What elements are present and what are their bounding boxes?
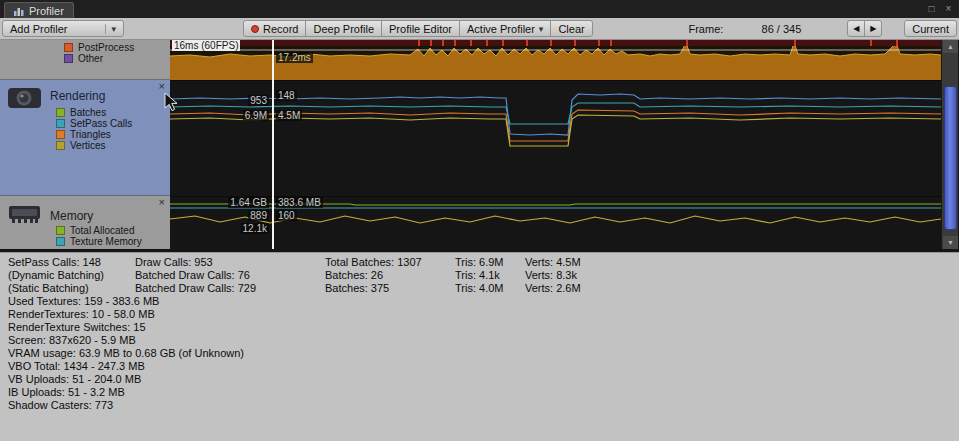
scroll-down-icon[interactable]: ▼ [943, 236, 958, 249]
postprocess-swatch [64, 43, 73, 52]
stat-dynamic-batching: (Dynamic Batching) [8, 269, 104, 281]
clear-label: Clear [558, 23, 584, 35]
module-memory[interactable]: Memory × Total Allocated Texture Memory [0, 196, 170, 249]
module-cpu-partial[interactable]: PostProcess Other [0, 40, 170, 80]
module-panel: PostProcess Other Rendering × [0, 40, 170, 249]
record-icon [251, 25, 259, 33]
legend-batches[interactable]: Batches [56, 107, 106, 117]
stats-panel: SetPass Calls: 148 Draw Calls: 953 Total… [0, 252, 959, 441]
legend-texture-memory[interactable]: Texture Memory [56, 236, 142, 246]
stat-batched-draw-calls: Batched Draw Calls: 729 [135, 282, 256, 294]
vertical-scrollbar[interactable]: ▲ ▼ [941, 40, 958, 249]
setpass-swatch [56, 119, 65, 128]
stat-line: VBO Total: 1434 - 247.3 MB [0, 360, 959, 373]
stat-line: Used Textures: 159 - 383.6 MB [0, 295, 959, 308]
stat-line: Screen: 837x620 - 5.9 MB [0, 334, 959, 347]
current-label: Current [912, 23, 949, 35]
memory-current-label-2: 160 [276, 210, 297, 221]
scroll-up-icon[interactable]: ▲ [943, 40, 958, 53]
triangles-swatch [56, 130, 65, 139]
maximize-button[interactable]: □ [924, 2, 939, 15]
profiler-window: Profiler □ × Add Profiler ▾ Record Deep … [0, 0, 959, 441]
module-title: Rendering [50, 89, 105, 103]
memory-module-icon [8, 204, 42, 224]
prev-frame-button[interactable]: ◀ [847, 20, 865, 37]
stat-line: Shadow Casters: 773 [0, 399, 959, 412]
vertices-swatch [56, 141, 65, 150]
legend-label: Total Allocated [70, 225, 135, 236]
stat-line: RenderTextures: 10 - 58.0 MB [0, 308, 959, 321]
add-profiler-label: Add Profiler [10, 23, 67, 35]
close-module-icon[interactable]: × [159, 196, 165, 208]
module-title: Memory [50, 209, 93, 223]
legend-setpass-calls[interactable]: SetPass Calls [56, 118, 132, 128]
tab-profiler[interactable]: Profiler [4, 2, 74, 18]
legend-other[interactable]: Other [64, 53, 103, 63]
stat-line: VRAM usage: 63.9 MB to 0.68 GB (of Unkno… [0, 347, 959, 360]
frame-nav: ◀ ▶ [847, 20, 882, 37]
active-profiler-dropdown[interactable]: Active Profiler ▾ [459, 20, 551, 37]
stat-verts: Verts: 8.3k [525, 269, 577, 281]
record-button[interactable]: Record [243, 20, 306, 37]
current-frame-line[interactable] [272, 40, 274, 249]
close-button[interactable]: × [941, 2, 956, 15]
frame-value: 86 / 345 [749, 23, 801, 35]
cpu-current-frame-label: 17.2ms [276, 52, 313, 63]
batches-swatch [56, 108, 65, 117]
legend-label: PostProcess [78, 42, 134, 53]
legend-triangles[interactable]: Triangles [56, 129, 111, 139]
frame-info: Frame: 86 / 345 [688, 23, 801, 35]
rendering-current-setpass-label: 148 [276, 90, 297, 101]
current-frame-button[interactable]: Current [904, 20, 957, 37]
memory-current-label: 383.6 MB [276, 197, 323, 208]
add-profiler-dropdown[interactable]: Add Profiler ▾ [2, 20, 124, 37]
stat-tris: Tris: 6.9M [455, 256, 504, 268]
stats-row: (Dynamic Batching) Batched Draw Calls: 7… [0, 269, 959, 282]
legend-label: Triangles [70, 129, 111, 140]
legend-postprocess[interactable]: PostProcess [64, 42, 134, 52]
module-rendering[interactable]: Rendering × Batches SetPass Calls Triang… [0, 80, 170, 196]
profile-editor-button[interactable]: Profile Editor [381, 20, 460, 37]
frame-label: Frame: [688, 23, 723, 35]
stats-row: (Static Batching) Batched Draw Calls: 72… [0, 282, 959, 295]
legend-label: Texture Memory [70, 236, 142, 247]
stat-tris: Tris: 4.0M [455, 282, 504, 294]
stat-batches: Batches: 26 [325, 269, 383, 281]
stat-draw-calls: Draw Calls: 953 [135, 256, 213, 268]
close-module-icon[interactable]: × [159, 80, 165, 92]
stat-verts: Verts: 4.5M [525, 256, 581, 268]
total-allocated-swatch [56, 226, 65, 235]
rendering-peak-draw-calls-label: 953 [248, 95, 269, 106]
stat-static-batching: (Static Batching) [8, 282, 89, 294]
next-frame-button[interactable]: ▶ [864, 20, 882, 37]
scrollbar-thumb[interactable] [944, 86, 957, 230]
legend-label: Other [78, 53, 103, 64]
legend-label: SetPass Calls [70, 118, 132, 129]
cpu-target-label: 16ms (60FPS) [172, 40, 240, 51]
stats-row: SetPass Calls: 148 Draw Calls: 953 Total… [0, 256, 959, 269]
memory-peak-label-2: 889 [248, 210, 269, 221]
toolbar: Add Profiler ▾ Record Deep Profile Profi… [0, 18, 959, 40]
rendering-current-verts-label: 4.5M [276, 110, 302, 121]
profile-editor-label: Profile Editor [389, 23, 452, 35]
record-label: Record [263, 23, 298, 35]
legend-label: Vertices [70, 140, 106, 151]
stat-line: IB Uploads: 51 - 3.2 MB [0, 386, 959, 399]
stat-batches: Batches: 375 [325, 282, 389, 294]
active-profiler-label: Active Profiler [467, 23, 535, 35]
legend-total-allocated[interactable]: Total Allocated [56, 225, 135, 235]
profiler-tab-icon [14, 6, 24, 16]
chevron-down-icon: ▾ [105, 24, 116, 34]
clear-button[interactable]: Clear [550, 20, 592, 37]
deep-profile-button[interactable]: Deep Profile [305, 20, 382, 37]
stat-verts: Verts: 2.6M [525, 282, 581, 294]
window-controls: □ × [924, 2, 956, 15]
toolbar-button-group: Record Deep Profile Profile Editor Activ… [243, 20, 593, 37]
legend-vertices[interactable]: Vertices [56, 140, 106, 150]
deep-profile-label: Deep Profile [313, 23, 374, 35]
stat-line: RenderTexture Switches: 15 [0, 321, 959, 334]
memory-peak-label-3: 12.1k [241, 223, 269, 234]
stat-tris: Tris: 4.1k [455, 269, 500, 281]
stat-total-batches: Total Batches: 1307 [325, 256, 422, 268]
chevron-down-icon: ▾ [539, 24, 544, 34]
